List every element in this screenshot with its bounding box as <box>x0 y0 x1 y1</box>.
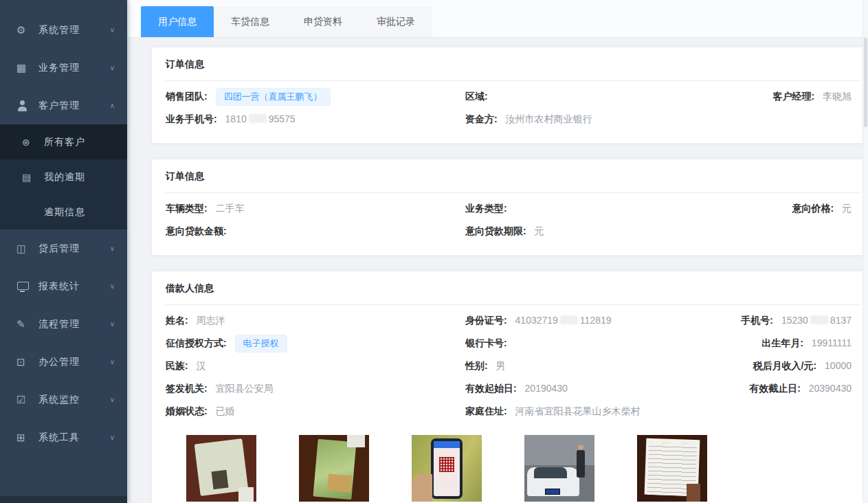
scrollbar-thumb[interactable] <box>864 38 867 127</box>
field-business-type: 业务类型: <box>465 203 792 215</box>
table-icon: ▦ <box>16 63 32 74</box>
field-business-phone: 业务手机号: 181095575 <box>166 113 465 126</box>
sidebar-item-report-statistics[interactable]: 报表统计 ∨ <box>0 267 127 305</box>
order-info-card-2: 订单信息 车辆类型: 二手车 业务类型: 意向价格: 元 <box>151 159 866 256</box>
tab-content: 订单信息 销售团队: 四团一营（直属王鹏飞） 区域: 客户经理: 李晓旭 <box>127 38 868 503</box>
monitor-icon <box>16 281 32 292</box>
field-intent-price: 意向价格: 元 <box>792 203 860 215</box>
chevron-down-icon: ∨ <box>110 26 115 34</box>
field-label: 身份证号: <box>465 315 507 326</box>
field-row: 姓名: 周志洋 身份证号: 41032719112819 手机号: 152308… <box>166 309 860 332</box>
toolbox-icon: ⊞ <box>16 432 32 443</box>
sidebar-item-overdue-info[interactable]: 逾期信息 <box>0 194 127 230</box>
field-bank-card-number: 银行卡号: <box>465 337 761 350</box>
field-gender: 性别: 男 <box>465 360 753 372</box>
sidebar-item-label: 业务管理 <box>38 62 80 74</box>
sidebar-item-my-overdue[interactable]: ▤ 我的逾期 <box>0 159 127 194</box>
green-booklet-photo[interactable] <box>299 435 369 502</box>
edit-clipboard-icon: ✎ <box>16 319 32 330</box>
sidebar-item-system-monitoring[interactable]: ☑ 系统监控 ∨ <box>0 381 127 418</box>
paper-document-photo[interactable] <box>637 435 707 502</box>
chevron-down-icon: ∨ <box>110 396 115 403</box>
sidebar-item-all-customers[interactable]: ⊛ 所有客户 <box>0 124 127 159</box>
sidebar-item-post-loan-management[interactable]: ◫ 贷后管理 ∨ <box>0 230 127 267</box>
field-row: 业务手机号: 181095575 资金方: 汝州市农村商业银行 <box>166 108 860 131</box>
tab-approval-records[interactable]: 审批记录 <box>359 6 432 37</box>
field-label: 婚姻状态: <box>166 405 208 416</box>
monitor-check-icon: ☑ <box>16 394 32 405</box>
field-issuing-authority: 签发机关: 宜阳县公安局 <box>166 383 465 395</box>
field-funder: 资金方: 汝州市农村商业银行 <box>465 113 852 126</box>
field-label: 区域: <box>465 91 488 102</box>
field-value: 李晓旭 <box>823 91 852 102</box>
field-label: 家庭住址: <box>465 405 507 416</box>
field-label: 出生年月: <box>761 337 803 348</box>
e-auth-tag[interactable]: 电子授权 <box>235 335 287 353</box>
field-row: 意向贷款金额: 意向贷款期限: 元 <box>166 220 860 243</box>
field-value: 宜阳县公安局 <box>216 383 274 394</box>
field-value: 汉 <box>197 360 206 371</box>
field-label: 民族: <box>166 360 188 371</box>
tab-car-loan-info[interactable]: 车贷信息 <box>214 6 287 37</box>
borrower-info-card: 借款人信息 姓名: 周志洋 身份证号: 41032719112819 手机号: … <box>151 271 866 503</box>
tab-user-info[interactable]: 用户信息 <box>141 6 214 37</box>
sidebar-item-business-management[interactable]: ▦ 业务管理 ∨ <box>0 49 127 87</box>
field-row: 销售团队: 四团一营（直属王鹏飞） 区域: 客户经理: 李晓旭 <box>166 85 860 108</box>
sidebar-item-system-tools[interactable]: ⊞ 系统工具 ∨ <box>0 418 127 456</box>
field-label: 有效截止日: <box>749 383 801 394</box>
attachment-photos: 身份证照 驾驶证副页 授权截图 人车合影 <box>186 435 860 503</box>
customer-management-submenu: ⊛ 所有客户 ▤ 我的逾期 逾期信息 <box>0 124 127 230</box>
field-label: 有效起始日: <box>465 383 517 394</box>
sidebar-item-label: 系统管理 <box>38 24 80 36</box>
sidebar-item-process-management[interactable]: ✎ 流程管理 ∨ <box>0 305 127 343</box>
sales-team-tag[interactable]: 四团一营（直属王鹏飞） <box>216 88 331 106</box>
chevron-down-icon: ∨ <box>110 320 115 328</box>
phone-qr-photo[interactable] <box>412 435 482 502</box>
chevron-down-icon: ∨ <box>110 64 115 71</box>
card-title: 订单信息 <box>166 170 860 193</box>
sidebar-item-label: 办公管理 <box>38 356 80 368</box>
field-label: 性别: <box>465 360 488 371</box>
field-label: 姓名: <box>166 315 188 326</box>
chevron-down-icon: ∨ <box>110 358 115 366</box>
field-marital-status: 婚姻状态: 已婚 <box>166 405 465 418</box>
sidebar-item-label: 客户管理 <box>38 100 80 112</box>
field-row: 签发机关: 宜阳县公安局 有效起始日: 20190430 有效截止日: 2039… <box>166 377 860 400</box>
photo-item: 其他资料 <box>637 435 707 503</box>
field-ethnicity: 民族: 汉 <box>166 360 465 372</box>
redacted-blur <box>249 114 267 123</box>
chevron-down-icon: ∨ <box>110 434 115 441</box>
field-label: 客户经理: <box>772 91 814 102</box>
sidebar-item-system-management[interactable]: ⚙ 系统管理 ∨ <box>0 11 127 49</box>
photo-item: 授权截图 <box>412 435 482 503</box>
field-label: 税后月收入/元: <box>753 360 817 371</box>
sidebar-item-customer-management[interactable]: 客户管理 ∧ <box>0 87 127 124</box>
document-icon: ▤ <box>22 172 37 183</box>
field-intent-loan-amount: 意向贷款金额: <box>166 225 465 238</box>
car-person-photo[interactable] <box>524 435 594 502</box>
tab-loan-application-materials[interactable]: 申贷资料 <box>287 6 359 37</box>
field-label: 业务类型: <box>465 203 507 214</box>
id-card-photo[interactable] <box>186 435 256 502</box>
field-value: 周志洋 <box>197 315 225 326</box>
field-value: 男 <box>496 360 506 371</box>
sidebar-item-label: 系统监控 <box>38 394 80 406</box>
chevron-down-icon: ∨ <box>110 245 115 252</box>
sidebar-item-office-management[interactable]: ⊡ 办公管理 ∨ <box>0 343 127 381</box>
field-row: 车辆类型: 二手车 业务类型: 意向价格: 元 <box>166 197 860 220</box>
field-label: 资金方: <box>465 113 498 124</box>
field-value: 152308137 <box>781 315 852 326</box>
field-label: 意向贷款金额: <box>166 225 227 236</box>
photo-item: 人车合影 <box>524 435 594 503</box>
field-label: 意向贷款期限: <box>465 225 526 236</box>
sidebar-item-label: 报表统计 <box>38 280 80 293</box>
field-name: 姓名: 周志洋 <box>166 315 465 327</box>
chevron-down-icon: ∨ <box>110 282 115 290</box>
sidebar-item-label: 逾期信息 <box>44 206 85 219</box>
field-credit-auth-method: 征信授权方式: 电子授权 <box>166 335 465 353</box>
field-value: 元 <box>535 225 544 236</box>
field-label: 银行卡号: <box>465 337 507 348</box>
vertical-scrollbar[interactable] <box>863 0 868 503</box>
sidebar-item-label: 流程管理 <box>38 318 80 331</box>
field-value: 19911111 <box>812 337 852 348</box>
